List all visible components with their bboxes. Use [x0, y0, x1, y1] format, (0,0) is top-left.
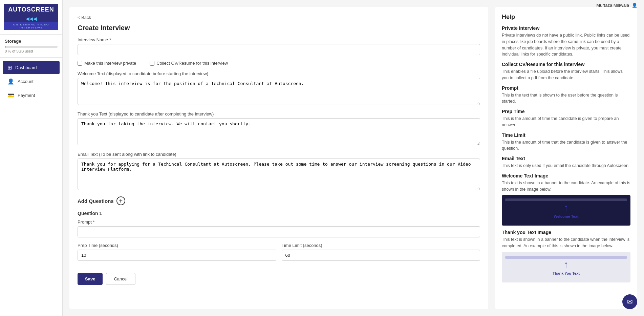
private-checkbox-text: Make this interview private [84, 61, 136, 66]
thankyou-image-label: Thank You Text [553, 271, 580, 275]
thankyou-text-group: Thank you Text (displayed to candidate a… [78, 111, 480, 146]
main-content: < Back Create Interview Interview Name *… [63, 0, 644, 316]
logo-arrows: ◀◀◀ [4, 15, 58, 22]
payment-icon: 💳 [7, 92, 14, 99]
help-email-text-text: This text is only used if you email the … [502, 163, 630, 169]
help-welcome-image-title: Welcome Text Image [502, 173, 630, 178]
sidebar-item-label-payment: Payment [18, 93, 35, 98]
time-fields-row: Prep Time (seconds) Time Limit (seconds) [78, 243, 480, 266]
storage-used-text: 0 % of 5GB used [5, 49, 58, 53]
cancel-button[interactable]: Cancel [106, 273, 135, 285]
save-button[interactable]: Save [78, 273, 103, 285]
nav-menu: ⊞ Dashboard 👤 Account 💳 Payment [0, 58, 62, 105]
prep-time-label: Prep Time (seconds) [78, 243, 276, 248]
help-email-text-title: Email Text [502, 156, 630, 161]
prep-time-group: Prep Time (seconds) [78, 243, 276, 261]
help-thankyou-image-title: Thank you Text Image [502, 230, 630, 235]
question-1-title: Question 1 [78, 211, 480, 216]
email-text-input[interactable] [78, 159, 480, 190]
logo-sub: ON-DEMAND VIDEO INTERVIEWS [4, 22, 58, 30]
interview-name-label: Interview Name * [78, 37, 480, 42]
prompt-group: Prompt * [78, 219, 480, 237]
help-collect-cv-text: This enables a file upload before the in… [502, 68, 630, 81]
prompt-input[interactable] [78, 226, 480, 237]
add-questions-label: Add Questions [78, 198, 114, 204]
help-prep-time-title: Prep Time [502, 109, 630, 114]
help-time-limit-title: Time Limit [502, 132, 630, 138]
help-prompt-title: Prompt [502, 85, 630, 91]
add-questions-row: Add Questions + [78, 196, 480, 205]
user-avatar-icon: 👤 [632, 3, 637, 8]
welcome-text-label: Welcome Text (displayed to candidate bef… [78, 71, 480, 76]
help-title: Help [502, 14, 630, 21]
interview-name-input[interactable] [78, 44, 480, 55]
help-time-limit-text: This is the amount of time that the cand… [502, 139, 630, 152]
interview-name-group: Interview Name * [78, 37, 480, 55]
private-checkbox[interactable] [78, 61, 82, 66]
help-thankyou-image-text: This text is shown in a banner to the ca… [502, 236, 630, 249]
cv-checkbox-text: Collect CV/Resume for this interview [156, 61, 228, 66]
storage-label: Storage [5, 39, 58, 44]
sidebar-item-account[interactable]: 👤 Account [3, 75, 60, 88]
help-private-interview-text: Private Interviews do not have a public … [502, 32, 630, 58]
user-info: Murtaza Millwala 👤 [589, 0, 644, 10]
email-text-label: Email Text (To be sent along with link t… [78, 152, 480, 157]
time-limit-label: Time Limit (seconds) [282, 243, 480, 248]
add-question-button[interactable]: + [116, 196, 125, 205]
help-welcome-image-text: This text is shown in a banner to the ca… [502, 180, 630, 193]
form-panel: < Back Create Interview Interview Name *… [69, 7, 488, 309]
img-bar-top [505, 198, 627, 201]
storage-bar-fill [5, 46, 5, 48]
help-collect-cv-title: Collect CV/Resume for this interview [502, 62, 630, 67]
sidebar: AUTOSCREEN ◀◀◀ ON-DEMAND VIDEO INTERVIEW… [0, 0, 63, 316]
cv-checkbox[interactable] [150, 61, 154, 66]
prompt-label: Prompt * [78, 219, 480, 225]
welcome-image-label: Welcome Text [554, 214, 579, 218]
sidebar-item-label-account: Account [18, 79, 34, 84]
ty-bar-top [505, 256, 627, 259]
dashboard-icon: ⊞ [7, 64, 12, 71]
sidebar-item-dashboard[interactable]: ⊞ Dashboard [3, 61, 60, 74]
storage-section: Storage 0 % of 5GB used [0, 35, 62, 58]
help-panel: Help Private Interview Private Interview… [495, 7, 637, 309]
cv-checkbox-label[interactable]: Collect CV/Resume for this interview [150, 61, 228, 66]
thankyou-text-image-preview: ↑ Thank You Text [502, 252, 630, 282]
user-name: Murtaza Millwala [596, 3, 629, 8]
email-text-group: Email Text (To be sent along with link t… [78, 152, 480, 191]
welcome-text-input[interactable] [78, 78, 480, 105]
page-title: Create Interview [78, 24, 480, 32]
thankyou-text-input[interactable] [78, 118, 480, 145]
help-prompt-text: This is the text that is shown to the us… [502, 92, 630, 105]
private-checkbox-label[interactable]: Make this interview private [78, 61, 136, 66]
help-private-interview-title: Private Interview [502, 25, 630, 31]
account-icon: 👤 [7, 78, 14, 85]
sidebar-item-label-dashboard: Dashboard [15, 65, 37, 70]
back-link[interactable]: < Back [78, 15, 480, 20]
thankyou-text-label: Thank you Text (displayed to candidate a… [78, 111, 480, 117]
logo-text: AUTOSCREEN [4, 4, 58, 15]
sidebar-item-payment[interactable]: 💳 Payment [3, 89, 60, 102]
help-prep-time-text: This is the amount of time the candidate… [502, 115, 630, 128]
action-buttons: Save Cancel [78, 273, 480, 285]
welcome-text-image-preview: ↑ Welcome Text [502, 195, 630, 226]
chat-button[interactable]: ✉ [622, 294, 637, 309]
checkboxes-row: Make this interview private Collect CV/R… [78, 61, 480, 66]
time-limit-group: Time Limit (seconds) [282, 243, 480, 261]
storage-bar [5, 46, 58, 48]
time-limit-input[interactable] [282, 250, 480, 261]
welcome-text-group: Welcome Text (displayed to candidate bef… [78, 71, 480, 106]
prep-time-input[interactable] [78, 250, 276, 261]
thankyou-up-arrow-icon: ↑ [564, 259, 568, 270]
welcome-up-arrow-icon: ↑ [564, 202, 568, 213]
logo-area: AUTOSCREEN ◀◀◀ ON-DEMAND VIDEO INTERVIEW… [0, 0, 62, 35]
